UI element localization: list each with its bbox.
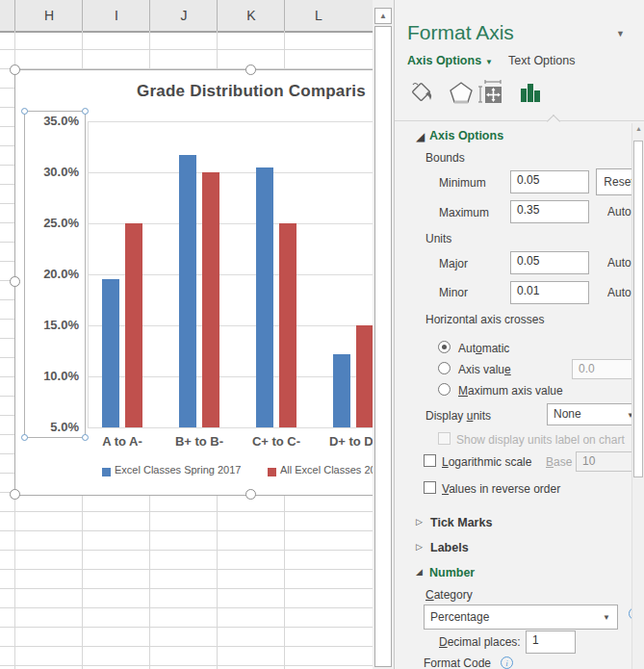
tab-text-options[interactable]: Text Options	[508, 54, 575, 67]
collapse-triangle-icon[interactable]: ◢	[416, 567, 423, 577]
scroll-up-icon[interactable]: ▲	[374, 8, 392, 24]
reverse-order-label[interactable]: Values in reverse order	[442, 482, 560, 496]
fill-line-icon[interactable]	[410, 79, 437, 108]
bounds-label: Bounds	[425, 151, 465, 165]
major-input[interactable]: 0.05	[510, 251, 589, 274]
section-axis-options[interactable]: Axis Options	[429, 129, 503, 142]
column-header-H[interactable]: H	[15, 0, 83, 31]
minor-auto-label[interactable]: Auto	[607, 286, 631, 299]
bar-series2[interactable]	[202, 172, 219, 427]
chart-gridline	[88, 427, 373, 428]
radio-maximum-axis-value-label[interactable]: Maximum axis value	[458, 384, 563, 398]
reverse-order-checkbox[interactable]	[424, 481, 436, 494]
maximum-label: Maximum	[439, 206, 489, 219]
format-code-label: Format Code	[424, 656, 491, 669]
major-label: Major	[439, 257, 468, 270]
selection-handle[interactable]	[82, 108, 89, 115]
worksheet-area: HIJKL Grade Distribution Comparis 35.0%3…	[0, 0, 373, 669]
expand-triangle-icon[interactable]: ▷	[416, 542, 423, 552]
column-header-L[interactable]: L	[285, 0, 352, 31]
pane-vertical-scrollbar[interactable]: ▲	[631, 123, 644, 669]
legend-label[interactable]: Excel Classes Spring 2017	[115, 464, 241, 476]
bar-series2[interactable]	[356, 325, 373, 427]
legend-swatch	[268, 468, 276, 476]
bar-series1[interactable]	[256, 167, 273, 427]
size-properties-icon[interactable]	[477, 79, 504, 108]
format-axis-pane: Format Axis ▼ Axis Options▼ Text Options…	[394, 0, 644, 669]
tab-axis-options[interactable]: Axis Options▼	[407, 54, 493, 67]
section-labels[interactable]: Labels	[430, 541, 469, 554]
radio-selected-dot	[442, 345, 447, 349]
category-axis-label[interactable]: D+ to D-	[315, 434, 373, 449]
sheet-vertical-scrollbar[interactable]: ▲	[373, 0, 394, 669]
axis-options-chart-icon[interactable]	[518, 79, 545, 108]
category-value: Percentage	[430, 610, 489, 624]
effects-icon[interactable]	[448, 79, 475, 108]
maximum-auto-label[interactable]: Auto	[607, 205, 631, 219]
decimal-places-input[interactable]: 1	[526, 630, 576, 654]
selected-tab-caret	[547, 115, 560, 128]
section-tick-marks[interactable]: Tick Marks	[430, 516, 492, 529]
chevron-down-icon: ▼	[603, 608, 610, 627]
info-icon[interactable]: i	[501, 656, 513, 669]
decimal-places-label: Decimal places:	[439, 635, 521, 649]
value-axis-selection-box[interactable]	[24, 111, 86, 438]
section-number[interactable]: Number	[429, 566, 475, 579]
units-label: Units	[425, 232, 451, 245]
bar-series2[interactable]	[125, 223, 142, 427]
chevron-down-icon: ▼	[485, 58, 493, 66]
category-axis-label[interactable]: A to A-	[84, 434, 161, 449]
chart-resize-handle[interactable]	[10, 64, 20, 75]
chart-object[interactable]: Grade Distribution Comparis 35.0%30.0%25…	[14, 69, 373, 496]
scrollbar-thumb[interactable]	[633, 141, 643, 477]
column-header-I[interactable]: I	[83, 0, 150, 31]
show-units-checkbox	[438, 432, 451, 445]
pane-options-icon[interactable]: ▼	[616, 29, 625, 39]
logarithmic-scale-checkbox[interactable]	[424, 454, 436, 467]
chart-resize-handle[interactable]	[10, 489, 20, 500]
radio-axis-value[interactable]	[438, 362, 451, 374]
display-units-dropdown[interactable]: None▼	[547, 403, 642, 425]
maximum-input[interactable]: 0.35	[510, 200, 589, 223]
legend-label[interactable]: All Excel Classes 20	[280, 464, 373, 476]
display-units-label: Display units	[425, 409, 491, 423]
scroll-up-icon[interactable]: ▲	[632, 125, 644, 132]
minor-input[interactable]: 0.01	[510, 281, 589, 304]
logarithmic-scale-label[interactable]: Logarithmic scale	[442, 455, 531, 469]
category-axis-label[interactable]: C+ to C-	[238, 434, 315, 449]
radio-axis-value-label[interactable]: Axis value	[458, 363, 511, 376]
chart-resize-handle[interactable]	[10, 276, 20, 287]
column-header-J[interactable]: J	[150, 0, 218, 31]
selection-handle[interactable]	[21, 434, 28, 441]
tab-axis-options-label: Axis Options	[407, 54, 481, 67]
expand-triangle-icon[interactable]: ▷	[416, 517, 423, 527]
major-auto-label[interactable]: Auto	[607, 256, 631, 270]
chart-title[interactable]: Grade Distribution Comparis	[15, 82, 373, 101]
legend-swatch	[102, 468, 111, 476]
radio-maximum-axis-value[interactable]	[438, 383, 451, 396]
bar-series1[interactable]	[102, 279, 119, 427]
chart-gridline	[88, 172, 373, 173]
bar-series1[interactable]	[179, 155, 196, 427]
selection-handle[interactable]	[21, 108, 28, 115]
chart-resize-handle[interactable]	[245, 64, 256, 75]
category-dropdown[interactable]: Percentage▼	[424, 605, 618, 630]
chart-resize-handle[interactable]	[245, 489, 256, 500]
pane-title: Format Axis	[407, 21, 514, 44]
chart-gridline	[88, 121, 373, 122]
column-header-K[interactable]: K	[218, 0, 285, 31]
selection-handle[interactable]	[82, 434, 89, 441]
column-header-row: HIJKL	[0, 0, 373, 33]
radio-automatic[interactable]	[438, 341, 451, 353]
category-axis-label[interactable]: B+ to B-	[161, 434, 238, 449]
scrollbar-thumb[interactable]	[374, 26, 392, 667]
show-units-label: Show display units label on chart	[456, 433, 625, 447]
bar-series2[interactable]	[279, 223, 296, 427]
excel-window: HIJKL Grade Distribution Comparis 35.0%3…	[0, 0, 644, 669]
crosses-label: Horizontal axis crosses	[425, 313, 544, 326]
radio-automatic-label[interactable]: Automatic	[458, 342, 509, 355]
minimum-input[interactable]: 0.05	[510, 170, 589, 193]
display-units-value: None	[554, 407, 581, 421]
collapse-triangle-icon[interactable]: ◢	[416, 130, 425, 143]
bar-series1[interactable]	[333, 354, 350, 427]
